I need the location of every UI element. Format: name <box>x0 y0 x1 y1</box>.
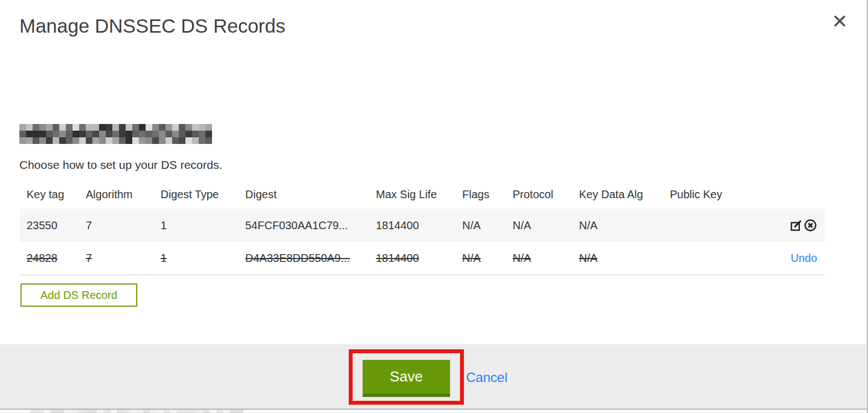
undo-link[interactable]: Undo <box>790 252 817 265</box>
add-ds-record-button[interactable]: Add DS Record <box>20 283 137 307</box>
col-header-protocol: Protocol <box>513 188 579 201</box>
cell-digest-type: 1 <box>161 252 245 265</box>
ds-records-table: Key tag Algorithm Digest Type Digest Max… <box>20 180 825 275</box>
cell-protocol: N/A <box>513 252 579 265</box>
col-header-digest: Digest <box>245 188 376 201</box>
table-row-deleted: 24828 7 1 D4A33E8DD550A9... 1814400 N/A … <box>20 242 825 275</box>
close-icon[interactable] <box>831 12 849 30</box>
col-header-key-data-alg: Key Data Alg <box>579 188 670 201</box>
save-button[interactable]: Save <box>363 360 450 397</box>
intro-text: Choose how to set up your DS records. <box>19 158 223 172</box>
cell-digest: 54FCF030AA1C79... <box>245 219 376 232</box>
cell-max-sig-life: 1814400 <box>376 219 462 232</box>
close-x-glyph <box>833 14 846 28</box>
col-header-algorithm: Algorithm <box>86 188 161 201</box>
cell-digest: D4A33E8DD550A9... <box>245 252 376 265</box>
cell-flags: N/A <box>462 219 513 232</box>
table-header-row: Key tag Algorithm Digest Type Digest Max… <box>20 180 825 209</box>
cell-key-tag: 24828 <box>20 252 86 265</box>
cancel-link[interactable]: Cancel <box>466 370 508 385</box>
cell-flags: N/A <box>462 252 513 265</box>
page-title: Manage DNSSEC DS Records <box>19 15 285 37</box>
table-row: 23550 7 1 54FCF030AA1C79... 1814400 N/A … <box>20 209 825 242</box>
col-header-key-tag: Key tag <box>20 188 86 201</box>
cell-algorithm: 7 <box>86 252 161 265</box>
cell-key-tag: 23550 <box>20 219 86 232</box>
cell-key-data-alg: N/A <box>579 219 670 232</box>
cell-algorithm: 7 <box>86 219 161 232</box>
cell-protocol: N/A <box>513 219 579 232</box>
cell-max-sig-life: 1814400 <box>376 252 462 265</box>
redacted-domain-name <box>19 124 212 144</box>
col-header-public-key: Public Key <box>670 188 753 201</box>
bottom-edge-strip <box>0 410 868 413</box>
col-header-flags: Flags <box>462 188 513 201</box>
col-header-digest-type: Digest Type <box>161 188 245 201</box>
col-header-max-sig-life: Max Sig Life <box>376 188 462 201</box>
cell-digest-type: 1 <box>161 219 245 232</box>
edit-record-icon[interactable] <box>789 219 803 232</box>
dnssec-modal: Manage DNSSEC DS Records Choose how to s… <box>0 0 868 413</box>
cell-key-data-alg: N/A <box>579 252 670 265</box>
delete-record-icon[interactable] <box>804 219 817 232</box>
